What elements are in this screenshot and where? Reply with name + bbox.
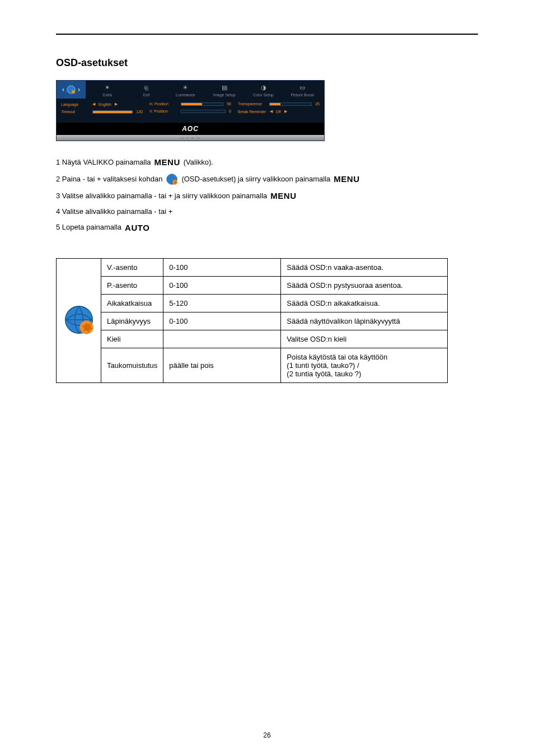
osd-row-break: Break Reminder ◀ Off ▶: [238, 109, 320, 114]
setting-desc: Säädä OSD:n vaaka-asentoa.: [281, 258, 448, 276]
setting-name: V.-asento: [101, 258, 163, 276]
chevron-right-icon: ›: [78, 86, 80, 94]
osd-value-hpos: 50: [227, 102, 231, 106]
table-icon-cell: [57, 258, 101, 382]
osd-body: Language ◀ English ▶ Timeout 120 H. Posi…: [57, 99, 324, 123]
osd-panel: ‹ › ✶Extra ⎗Exit ☀Luminance ▤Image Setup…: [56, 80, 325, 141]
globe-gear-icon: [166, 173, 178, 185]
osd-value-transparence: 25: [315, 102, 320, 106]
chevron-left-icon: ‹: [62, 86, 64, 94]
instruction-text: 2 Paina - tai + valitaksesi kohdan: [56, 174, 162, 185]
table-row: Läpinäkyvyys 0-100 Säädä näyttövalikon l…: [57, 312, 448, 330]
osd-label-language: Language: [61, 102, 89, 106]
top-rule: [56, 34, 478, 35]
instruction-line-1: 1 Näytä VALIKKO painamalla MENU (Valikko…: [56, 156, 478, 169]
osd-row-hpos: H. Position 50: [149, 102, 231, 106]
osd-value-language: English: [99, 102, 111, 106]
osd-tab-image-setup: ▤Image Setup: [205, 84, 244, 97]
setting-range: 0-100: [163, 276, 281, 294]
osd-tab-exit: ⎗Exit: [127, 84, 166, 97]
setting-desc: Säädä OSD:n aikakatkaisua.: [281, 294, 448, 312]
osd-col-left: Language ◀ English ▶ Timeout 120: [61, 102, 143, 117]
osd-footer-keys: — • — —: [57, 135, 324, 141]
setting-range: 0-100: [163, 258, 281, 276]
triangle-left-icon: ◀: [270, 109, 273, 114]
table-row: V.-asento 0-100 Säädä OSD:n vaaka-asento…: [57, 258, 448, 276]
instruction-text: (OSD-asetukset) ja siirry valikkoon pain…: [181, 174, 330, 185]
osd-value-timeout: 120: [136, 110, 143, 114]
triangle-left-icon: ◀: [92, 102, 95, 106]
setting-desc: Poista käytöstä tai ota käyttöön (1 tunt…: [281, 348, 448, 382]
setting-range: 5-120: [163, 294, 281, 312]
osd-label-break: Break Reminder: [238, 110, 266, 114]
osd-row-transparence: Transparence 25: [238, 102, 320, 106]
menu-icon: MENU: [154, 156, 180, 169]
setting-range: [163, 330, 281, 348]
globe-gear-icon: [64, 305, 94, 335]
instruction-text: 5 Lopeta painamalla: [56, 222, 121, 234]
menu-icon: MENU: [334, 172, 359, 186]
table-row: Aikakatkaisua 5-120 Säädä OSD:n aikakatk…: [57, 294, 448, 312]
osd-row-timeout: Timeout 120: [61, 110, 143, 114]
osd-tab-extra: ✶Extra: [88, 84, 127, 97]
osd-tab-picture-boost: ▭Picture Boost: [283, 84, 322, 97]
osd-bar-timeout: [92, 110, 133, 114]
table-row: Taukomuistutus päälle tai pois Poista kä…: [57, 348, 448, 382]
instruction-text: 4 Valitse alivalikko painamalla - tai +: [56, 206, 172, 218]
triangle-right-icon: ▶: [115, 102, 118, 106]
osd-row-language: Language ◀ English ▶: [61, 102, 143, 106]
instruction-line-4: 4 Valitse alivalikko painamalla - tai +: [56, 206, 478, 218]
page: OSD-asetukset ‹ › ✶Extra ⎗Exit ☀Luminanc…: [0, 0, 534, 756]
setting-range: päälle tai pois: [163, 348, 281, 382]
osd-bar-transparence: [269, 102, 312, 106]
setting-desc: Valitse OSD:n kieli: [281, 330, 448, 348]
setting-name: Kieli: [101, 330, 163, 348]
instruction-text: 3 Valitse alivalikko painamalla - tai + …: [56, 190, 267, 202]
instruction-line-2: 2 Paina - tai + valitaksesi kohdan (OSD-…: [56, 172, 478, 186]
osd-tabs: ✶Extra ⎗Exit ☀Luminance ▤Image Setup ◑Co…: [86, 82, 324, 98]
osd-scroll-selector: ‹ ›: [57, 81, 86, 99]
instruction-text: (Valikko).: [184, 157, 213, 169]
osd-label-hpos: H. Position: [149, 102, 177, 106]
osd-value-vpos: 0: [229, 109, 231, 113]
osd-value-break: Off: [276, 110, 281, 114]
osd-label-transparence: Transparence: [238, 102, 266, 106]
setting-desc: Säädä OSD:n pystysuoraa asentoa.: [281, 276, 448, 294]
osd-label-vpos: V. Position: [149, 109, 177, 113]
osd-col-mid: H. Position 50 V. Position 0: [149, 102, 231, 117]
menu-icon: MENU: [270, 189, 296, 203]
osd-brand: AOC: [57, 123, 324, 135]
page-number: 26: [0, 731, 534, 739]
instructions: 1 Näytä VALIKKO painamalla MENU (Valikko…: [56, 156, 478, 235]
instruction-text: 1 Näytä VALIKKO painamalla: [56, 157, 151, 169]
osd-tab-color-setup: ◑Color Setup: [244, 84, 283, 97]
osd-row-vpos: V. Position 0: [149, 109, 231, 113]
triangle-right-icon: ▶: [284, 109, 287, 114]
osd-bar-hpos: [181, 102, 223, 106]
osd-label-timeout: Timeout: [61, 110, 89, 114]
instruction-line-5: 5 Lopeta painamalla AUTO: [56, 221, 478, 235]
table-row: P.-asento 0-100 Säädä OSD:n pystysuoraa …: [57, 276, 448, 294]
svg-point-1: [72, 90, 75, 94]
setting-name: Aikakatkaisua: [101, 294, 163, 312]
setting-name: Läpinäkyvyys: [101, 312, 163, 330]
table-row: Kieli Valitse OSD:n kieli: [57, 330, 448, 348]
osd-bar-vpos: [181, 110, 226, 113]
setting-desc: Säädä näyttövalikon läpinäkyvyyttä: [281, 312, 448, 330]
globe-gear-icon: [66, 85, 76, 95]
setting-name: P.-asento: [101, 276, 163, 294]
osd-tab-luminance: ☀Luminance: [166, 84, 205, 97]
osd-col-right: Transparence 25 Break Reminder ◀ Off ▶: [238, 102, 320, 117]
osd-top-bar: ‹ › ✶Extra ⎗Exit ☀Luminance ▤Image Setup…: [57, 81, 324, 99]
instruction-line-3: 3 Valitse alivalikko painamalla - tai + …: [56, 189, 478, 203]
page-heading: OSD-asetukset: [56, 57, 478, 69]
setting-name: Taukomuistutus: [101, 348, 163, 382]
auto-icon: AUTO: [125, 221, 149, 235]
setting-range: 0-100: [163, 312, 281, 330]
settings-table: V.-asento 0-100 Säädä OSD:n vaaka-asento…: [56, 258, 448, 383]
